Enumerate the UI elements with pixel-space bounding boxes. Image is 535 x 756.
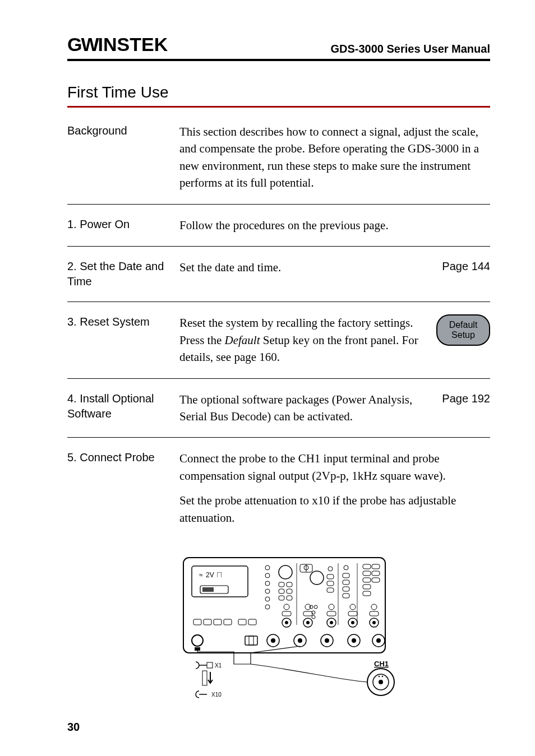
svg-rect-35 xyxy=(343,573,349,578)
svg-point-65 xyxy=(330,621,333,624)
svg-point-61 xyxy=(312,615,315,619)
bottom-buttons xyxy=(193,619,256,625)
manual-title: GDS-3000 Series User Manual xyxy=(330,43,490,55)
svg-rect-11 xyxy=(238,619,246,625)
svg-text:Default: Default xyxy=(449,320,478,330)
svg-rect-43 xyxy=(363,571,371,576)
row-side-page: Page 192 xyxy=(442,391,490,406)
svg-point-66 xyxy=(350,604,356,610)
svg-point-90 xyxy=(379,680,383,684)
svg-rect-48 xyxy=(372,571,380,576)
row-left: 5. Connect Probe xyxy=(67,450,179,465)
row-body: This section describes how to connect a … xyxy=(179,123,490,192)
row-body-p1: Connect the probe to the CH1 input termi… xyxy=(179,450,481,484)
row-body-p2: Set the probe attenuation to x10 if the … xyxy=(179,492,481,526)
svg-rect-10 xyxy=(224,619,232,625)
svg-text:Setup: Setup xyxy=(451,330,475,340)
svg-rect-7 xyxy=(193,619,201,625)
svg-point-74 xyxy=(192,635,203,646)
probe-x10-label: X10 xyxy=(211,692,222,698)
svg-rect-37 xyxy=(343,587,349,591)
svg-rect-77 xyxy=(249,636,253,645)
svg-rect-45 xyxy=(363,585,371,589)
svg-rect-23 xyxy=(287,589,292,593)
svg-point-81 xyxy=(298,638,302,643)
svg-rect-67 xyxy=(348,611,357,616)
svg-rect-76 xyxy=(245,636,257,645)
svg-rect-38 xyxy=(343,593,349,598)
svg-point-13 xyxy=(265,565,270,570)
svg-rect-21 xyxy=(287,582,292,587)
row-left: 4. Install Optional Software xyxy=(67,391,179,421)
row-reset-system: 3. Reset System Reset the system by reca… xyxy=(67,314,490,378)
probe-connection-diagram: ≈ 2V ⨅ xyxy=(90,552,490,703)
svg-rect-94 xyxy=(207,662,213,668)
svg-point-85 xyxy=(352,638,356,643)
svg-rect-9 xyxy=(214,619,222,625)
svg-rect-71 xyxy=(370,611,379,616)
row-install-software: 4. Install Optional Software The optiona… xyxy=(67,391,490,438)
pulse-icon: ⨅ xyxy=(217,570,222,579)
svg-point-30 xyxy=(328,567,333,571)
row-power-on: 1. Power On Follow the procedures on the… xyxy=(67,217,490,247)
svg-point-57 xyxy=(306,621,310,624)
svg-point-53 xyxy=(285,621,288,624)
svg-point-59 xyxy=(314,605,317,609)
brand-logo: GWINSTEK xyxy=(67,34,168,55)
svg-point-91 xyxy=(379,676,380,677)
ch1-callout: CH1 xyxy=(367,660,394,695)
svg-rect-32 xyxy=(327,581,334,586)
svg-rect-46 xyxy=(363,591,371,596)
bottom-ports xyxy=(192,634,385,651)
ch1-label: CH1 xyxy=(374,660,389,668)
svg-rect-31 xyxy=(327,574,334,579)
row-left: 3. Reset System xyxy=(67,314,179,330)
svg-rect-95 xyxy=(202,671,207,685)
svg-rect-36 xyxy=(343,580,349,585)
wave-label: 2V xyxy=(206,571,214,579)
svg-rect-44 xyxy=(363,578,371,582)
section-title: First Time Use xyxy=(67,84,490,101)
svg-rect-20 xyxy=(279,582,284,587)
svg-rect-33 xyxy=(327,588,334,592)
svg-point-34 xyxy=(344,565,348,570)
row-left: Background xyxy=(67,123,179,138)
svg-rect-55 xyxy=(303,611,312,616)
svg-point-14 xyxy=(265,573,270,578)
svg-rect-42 xyxy=(363,564,371,569)
section-rule xyxy=(67,106,490,108)
svg-point-19 xyxy=(279,565,292,579)
row-body: Follow the procedures on the previous pa… xyxy=(179,217,490,234)
row-left: 1. Power On xyxy=(67,217,179,232)
row-body: The optional software packages (Power An… xyxy=(179,391,442,425)
svg-rect-8 xyxy=(204,619,211,625)
svg-point-83 xyxy=(325,638,329,643)
svg-point-15 xyxy=(265,581,270,586)
row-date-time: 2. Set the Date and Time Set the date an… xyxy=(67,259,490,302)
svg-point-50 xyxy=(284,604,289,610)
svg-point-79 xyxy=(271,638,275,643)
row-body: Reset the system by recalling the factor… xyxy=(179,314,436,365)
svg-point-73 xyxy=(372,621,376,624)
brand-gw: GW xyxy=(67,34,98,55)
svg-point-92 xyxy=(382,676,383,677)
svg-rect-47 xyxy=(372,564,380,569)
svg-point-70 xyxy=(371,604,377,610)
row-connect-probe: 5. Connect Probe Connect the probe to th… xyxy=(67,450,490,539)
brand-instek: INSTEK xyxy=(98,34,168,55)
svg-rect-25 xyxy=(287,596,292,600)
row-left: 2. Set the Date and Time xyxy=(67,259,179,289)
svg-point-58 xyxy=(310,605,313,609)
row-body-italic: Default xyxy=(225,333,260,347)
wave-approx-icon: ≈ xyxy=(199,571,203,579)
row-background: Background This section describes how to… xyxy=(67,123,490,205)
svg-rect-6 xyxy=(202,587,214,592)
default-setup-button-icon: Default Setup xyxy=(436,314,490,346)
row-body: Set the date and time. xyxy=(179,259,442,276)
svg-rect-51 xyxy=(282,611,291,616)
svg-rect-63 xyxy=(327,611,336,616)
probe-x1-label: X1 xyxy=(215,662,222,669)
svg-point-18 xyxy=(265,605,270,609)
svg-rect-22 xyxy=(279,589,284,593)
svg-point-87 xyxy=(376,638,381,643)
